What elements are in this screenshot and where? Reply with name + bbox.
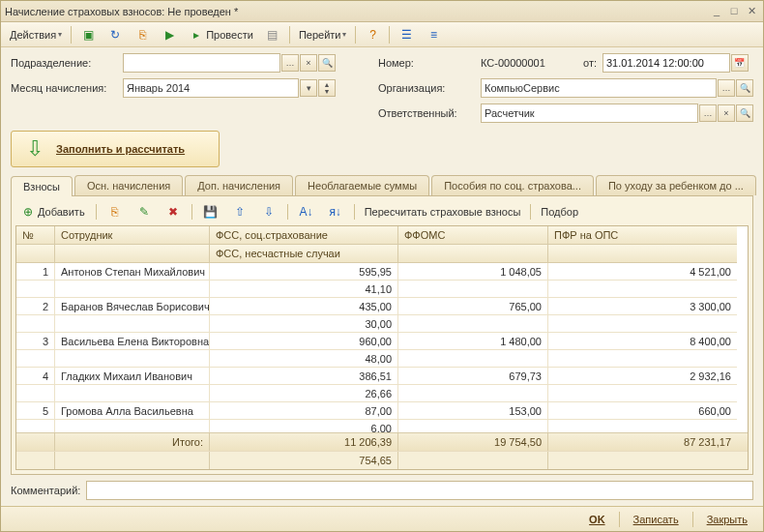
month-input[interactable]: Январь 2014	[123, 78, 299, 98]
save-button[interactable]: Записать	[626, 512, 687, 527]
separator	[619, 512, 620, 527]
plus-circle-icon: ⊕	[20, 204, 36, 220]
table-row-sub[interactable]: 30,00	[16, 315, 748, 333]
window: Начисление страховых взносов: Не проведе…	[0, 0, 764, 532]
cell-pfr: 2 932,16	[548, 368, 737, 385]
grid: № Сотрудник ФСС, соц.страхование ФФОМС П…	[15, 225, 749, 470]
post-document-button[interactable]: ▶	[157, 25, 182, 44]
table-row[interactable]: 2Баранов Вячеслав Борисович435,00765,003…	[16, 298, 748, 315]
cell-empty	[548, 281, 737, 298]
tab-additional-accruals[interactable]: Доп. начисления	[185, 175, 293, 195]
cell-empty	[55, 350, 210, 368]
table-row[interactable]: 1Антонов Степан Михайлович595,951 048,05…	[16, 263, 748, 281]
tab-label: Осн. начисления	[87, 180, 170, 192]
refresh-button[interactable]: ↻	[103, 25, 128, 44]
move-down-button[interactable]: ⇩	[256, 202, 281, 222]
date-input[interactable]: 31.01.2014 12:00:00	[602, 53, 730, 73]
resp-input[interactable]: Расчетчик	[481, 103, 698, 123]
tab-main-accruals[interactable]: Осн. начисления	[74, 175, 183, 195]
dept-search-button[interactable]: 🔍	[318, 54, 336, 72]
copy-button[interactable]: ⎘	[130, 25, 155, 44]
copy-row-button[interactable]: ⎘	[103, 202, 128, 222]
col-employee[interactable]: Сотрудник	[55, 226, 210, 245]
dept-clear-button[interactable]: ×	[300, 54, 317, 72]
totals-fss1: 11 206,39	[210, 433, 398, 451]
close-button[interactable]: ✕	[744, 5, 759, 18]
cell-ffoms: 679,73	[398, 368, 548, 385]
cell-fss1: 960,00	[210, 333, 398, 350]
resp-select-button[interactable]: …	[699, 104, 717, 122]
maximize-button[interactable]: □	[726, 5, 742, 18]
table-row[interactable]: 5Громова Алла Васильевна87,00153,00660,0…	[16, 402, 748, 420]
sort-asc-button[interactable]: A↓	[294, 202, 319, 222]
org-select-button[interactable]: …	[718, 79, 735, 97]
comment-input[interactable]	[86, 481, 753, 500]
org-input[interactable]: КомпьюСервис	[481, 78, 717, 98]
tab-label: Взносы	[23, 181, 60, 192]
goto-menu[interactable]: Перейти ▾	[294, 25, 352, 44]
tab-nontaxable[interactable]: Необлагаемые суммы	[295, 175, 429, 195]
dept-label: Подразделение:	[11, 57, 117, 69]
post-button[interactable]: ▸ Провести	[184, 25, 258, 44]
structure-icon: ▤	[265, 27, 280, 43]
search-icon: 🔍	[322, 58, 333, 68]
col-empty	[55, 245, 210, 263]
structure-button[interactable]: ▤	[260, 25, 285, 44]
table-row[interactable]: 4Гладких Михаил Иванович386,51679,732 93…	[16, 368, 748, 385]
settings-button[interactable]: ≡	[421, 25, 446, 44]
date-picker-button[interactable]: 📅	[731, 54, 749, 72]
org-search-button[interactable]: 🔍	[736, 79, 753, 97]
list-button[interactable]: ☰	[394, 25, 419, 44]
help-button[interactable]: ?	[360, 25, 385, 44]
move-up-button[interactable]: ⇧	[227, 202, 252, 222]
number-value: КС-00000001	[481, 57, 577, 69]
tabs: Взносы Осн. начисления Доп. начисления Н…	[11, 175, 753, 195]
tab-contributions[interactable]: Взносы	[11, 176, 73, 196]
close-form-button[interactable]: Закрыть	[699, 512, 755, 527]
col-fss-social[interactable]: ФСС, соц.страхование	[210, 226, 398, 245]
ok-button[interactable]: OK	[581, 512, 613, 527]
month-spin-button[interactable]: ▲▼	[318, 79, 336, 97]
table-row-sub[interactable]: 6,00	[16, 420, 748, 432]
cell-empty	[16, 281, 55, 298]
cell-empty	[398, 315, 548, 333]
resp-clear-button[interactable]: ×	[718, 104, 735, 122]
cell-fss1: 595,95	[210, 263, 398, 281]
actions-menu[interactable]: Действия ▾	[5, 25, 67, 44]
select-link[interactable]: Подбор	[537, 206, 582, 218]
col-number[interactable]: №	[16, 226, 55, 245]
tab-label: Пособия по соц. страхова...	[444, 180, 581, 192]
col-empty	[398, 245, 548, 263]
resp-search-button[interactable]: 🔍	[736, 104, 753, 122]
col-pfr[interactable]: ПФР на ОПС	[548, 226, 737, 245]
search-icon: 🔍	[740, 108, 750, 118]
table-row[interactable]: 3Васильева Елена Викторовна960,001 480,0…	[16, 333, 748, 350]
fill-and-calculate-button[interactable]: ⇩ Заполнить и рассчитать	[11, 131, 220, 167]
month-dropdown-button[interactable]: ▾	[300, 79, 317, 97]
add-row-button[interactable]: ⊕ Добавить	[15, 202, 90, 222]
sort-desc-button[interactable]: я↓	[323, 202, 348, 222]
dept-select-button[interactable]: …	[281, 54, 299, 72]
sliders-icon: ≡	[426, 27, 441, 43]
fill-calculate-label: Заполнить и рассчитать	[56, 143, 185, 155]
table-row-sub[interactable]: 26,66	[16, 385, 748, 402]
tab-benefits[interactable]: Пособия по соц. страхова...	[431, 175, 594, 195]
dept-input[interactable]	[123, 53, 280, 73]
minimize-button[interactable]: _	[709, 5, 724, 18]
cell-pfr: 660,00	[548, 402, 737, 420]
table-row-sub[interactable]: 41,10	[16, 281, 748, 298]
grid-body[interactable]: 1Антонов Степан Михайлович595,951 048,05…	[16, 263, 748, 432]
tab-label: Доп. начисления	[197, 180, 280, 192]
save-grid-button[interactable]: 💾	[198, 202, 223, 222]
delete-row-button[interactable]: ✖	[161, 202, 186, 222]
cell-empty	[55, 420, 210, 432]
comment-row: Комментарий:	[1, 475, 763, 506]
chevron-down-icon: ▾	[342, 30, 346, 39]
col-fss-accidents[interactable]: ФСС, несчастные случаи	[210, 245, 398, 263]
new-document-button[interactable]: ▣	[75, 25, 101, 44]
recalc-link[interactable]: Пересчитать страховые взносы	[361, 206, 525, 218]
edit-row-button[interactable]: ✎	[132, 202, 157, 222]
tab-childcare[interactable]: По уходу за ребенком до ...	[596, 175, 756, 195]
col-ffoms[interactable]: ФФОМС	[398, 226, 548, 245]
table-row-sub[interactable]: 48,00	[16, 350, 748, 368]
